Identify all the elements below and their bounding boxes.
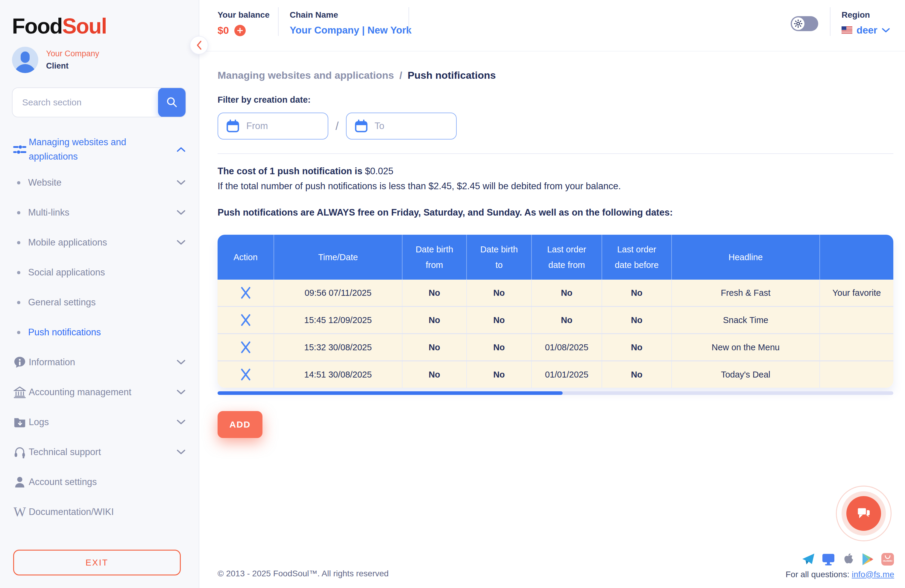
chevron-down-icon — [176, 210, 186, 215]
sidebar-item-logs[interactable]: Logs — [0, 407, 199, 437]
topbar-divider — [408, 7, 409, 36]
sun-icon — [794, 19, 802, 28]
delete-push-button[interactable] — [240, 340, 251, 354]
table-cell-last-order-date-from: No — [532, 307, 602, 333]
footer-questions: For all questions: info@fs.me — [786, 570, 894, 579]
chevron-down-icon — [882, 28, 890, 33]
delete-push-button[interactable] — [240, 313, 251, 327]
table-cell-date-birth-from: No — [403, 334, 467, 361]
foodsoul-logo: FoodSoul — [12, 14, 106, 38]
filter-label: Filter by creation date: — [218, 95, 893, 105]
store-links: HUAWEI — [802, 553, 894, 566]
table-header-extra — [820, 235, 893, 280]
folder-download-icon — [12, 416, 27, 428]
topbar-divider — [278, 7, 279, 36]
sidebar-item-mobile-applications[interactable]: Mobile applications — [0, 227, 199, 257]
sidebar-item-social-applications[interactable]: Social applications — [0, 257, 199, 288]
table-cell-last-order-date-before: No — [602, 361, 672, 388]
table-row: 09:56 07/11/2025 No No No No Fresh & Fas… — [218, 280, 893, 306]
table-cell-date-birth-to: No — [467, 334, 532, 361]
chevron-down-icon — [176, 420, 186, 425]
sidebar-item-general-settings[interactable]: General settings — [0, 288, 199, 317]
cost-bold-text: The cost of 1 push notification is — [218, 166, 362, 176]
region-value: deer — [856, 25, 878, 36]
sidebar-item-website[interactable]: Website — [0, 168, 199, 198]
region-selector[interactable]: deer — [841, 25, 890, 36]
bullet-icon — [17, 331, 21, 334]
support-email-link[interactable]: info@fs.me — [852, 570, 894, 579]
sidebar-item-push-notifications[interactable]: Push notifications — [0, 317, 199, 347]
bank-icon — [12, 386, 27, 399]
sidebar-item-technical-support[interactable]: Technical support — [0, 437, 199, 467]
sidebar-item-accounting-management[interactable]: Accounting management — [0, 377, 199, 407]
table-cell-extra — [820, 361, 893, 388]
table-cell-action — [218, 280, 274, 306]
person-icon — [12, 476, 27, 488]
theme-toggle[interactable] — [791, 16, 818, 31]
sidebar-item-account-settings[interactable]: Account settings — [0, 467, 199, 497]
sidebar-item-label: Website — [28, 175, 176, 190]
chat-bubbles-icon — [855, 505, 872, 522]
search-input[interactable] — [13, 97, 158, 108]
add-button[interactable]: ADD — [218, 411, 262, 438]
chevron-down-icon — [176, 359, 186, 365]
sidebar-item-label: Technical support — [29, 445, 176, 459]
headset-icon — [12, 446, 27, 458]
user-role: Client — [46, 61, 99, 71]
logo-soul: Soul — [62, 14, 106, 38]
topbar: Your balance $0 Chain Name Your Company … — [200, 0, 905, 51]
toggle-knob — [792, 17, 805, 30]
telegram-icon[interactable] — [802, 553, 815, 566]
desktop-app-icon[interactable] — [822, 553, 835, 566]
table-cell-extra — [820, 307, 893, 333]
scrollbar-thumb[interactable] — [218, 391, 563, 395]
cost-value: $0.025 — [365, 166, 394, 176]
sidebar-item-label: Multi-links — [28, 205, 176, 220]
table-cell-action — [218, 307, 274, 333]
date-from-input[interactable] — [246, 121, 318, 132]
table-cell-date-birth-to: No — [467, 307, 532, 333]
sidebar-collapse-button[interactable] — [190, 36, 208, 54]
exit-button[interactable]: EXIT — [13, 550, 181, 575]
sidebar-item-documentation-wiki[interactable]: W Documentation/WIKI — [0, 497, 199, 527]
page-title: Push notifications — [408, 70, 496, 81]
apple-app-store-icon[interactable] — [841, 553, 855, 566]
table-header-date-birth-to: Date birth to — [467, 235, 532, 280]
table-cell-time-date: 09:56 07/11/2025 — [274, 280, 403, 306]
questions-label: For all questions: — [786, 570, 849, 579]
chevron-down-icon — [176, 180, 186, 185]
date-to-field[interactable] — [346, 113, 457, 140]
chevron-down-icon — [176, 240, 186, 245]
chain-label: Chain Name — [290, 10, 411, 20]
top-up-balance-button[interactable] — [234, 25, 246, 36]
svg-text:HUAWEI: HUAWEI — [883, 559, 892, 562]
sliders-icon — [12, 143, 27, 156]
table-header-time-date: Time/Date — [274, 235, 403, 280]
bullet-icon — [17, 301, 21, 304]
search-button[interactable] — [158, 87, 186, 118]
date-filter-row: / — [218, 113, 893, 140]
company-name: Your Company — [46, 49, 99, 58]
support-chat-button[interactable] — [836, 486, 892, 541]
delete-push-button[interactable] — [240, 368, 251, 381]
sidebar-nav: Managing websites and applications Websi… — [0, 131, 199, 527]
chain-selector[interactable]: Your Company | New York — [290, 25, 411, 36]
sidebar-item-label: Documentation/WIKI — [29, 505, 186, 519]
delete-push-button[interactable] — [240, 286, 251, 300]
delete-x-icon — [240, 368, 251, 381]
sidebar-item-multi-links[interactable]: Multi-links — [0, 198, 199, 227]
date-from-field[interactable] — [218, 113, 328, 140]
table-body: 09:56 07/11/2025 No No No No Fresh & Fas… — [218, 280, 893, 388]
table-header-action: Action — [218, 235, 274, 280]
table-header-row: Action Time/Date Date birth from Date bi… — [218, 235, 893, 280]
huawei-appgallery-icon[interactable]: HUAWEI — [881, 553, 894, 566]
table-cell-last-order-date-from: 01/08/2025 — [532, 334, 602, 361]
table-cell-headline: Today's Deal — [672, 361, 820, 388]
google-play-icon[interactable] — [861, 553, 875, 566]
sidebar-item-information[interactable]: Information — [0, 347, 199, 377]
date-to-input[interactable] — [375, 121, 446, 132]
table-cell-last-order-date-from: 01/01/2025 — [532, 361, 602, 388]
sidebar-item-managing-websites[interactable]: Managing websites and applications — [0, 131, 199, 168]
sidebar-item-label: General settings — [28, 295, 186, 310]
breadcrumb-parent[interactable]: Managing websites and applications — [218, 70, 394, 81]
